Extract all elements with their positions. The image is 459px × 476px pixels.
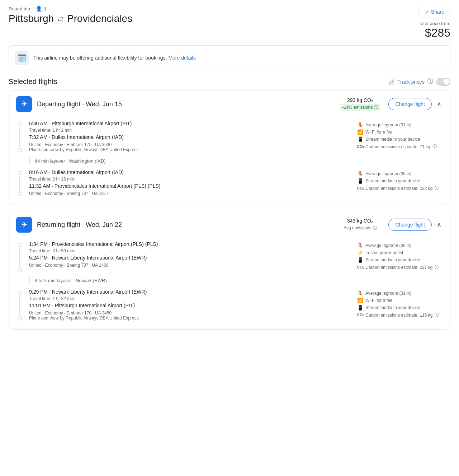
total-label: Total price from: [418, 21, 450, 26]
returning-segment-2-times: 9:29 PM · Newark Liberty International A…: [29, 289, 351, 321]
dot-line: [19, 127, 20, 147]
r-amenity-wifi-2: 📶 Wi-Fi for a fee: [357, 298, 443, 303]
departing-airline-logo: ✈: [16, 96, 32, 112]
r-depart-time-1: 1:34 PM · Providenciales International A…: [29, 241, 351, 247]
track-info-icon[interactable]: ⓘ: [427, 78, 433, 85]
dot-top-2: [18, 171, 22, 175]
departing-layover: 44 min layover · Washington (IAD): [29, 155, 443, 167]
trip-type: Round trip: [9, 6, 30, 11]
arrive-time-1: 7:32 AM · Dulles International Airport (…: [29, 134, 351, 140]
r-amenity-legroom-1: 🪑 Average legroom (30 in): [357, 243, 443, 248]
r-arrive-time-2: 11:01 PM · Pittsburgh International Airp…: [29, 303, 351, 308]
segment-connector: [16, 122, 23, 152]
returning-expand-button[interactable]: ∧: [435, 219, 443, 230]
dot-line-2: [19, 176, 20, 191]
r-flight-info-1: United · Economy · Boeing 737 · UA 1466: [29, 263, 351, 268]
returning-flight-card: ✈ Returning flight · Wed, Jun 22 343 kg …: [9, 211, 450, 330]
co2-icon-2: CO₂: [357, 186, 363, 191]
r-depart-time-2: 9:29 PM · Newark Liberty International A…: [29, 289, 351, 295]
r-arrive-time-1: 5:24 PM · Newark Liberty International A…: [29, 255, 351, 261]
amenity-co2-2: CO₂ Carbon emissions estimate: 222 kg ⓘ: [357, 185, 443, 191]
toggle-knob: [443, 79, 450, 85]
amenity-stream-1: 📱 Stream media to your device: [357, 136, 443, 142]
r-stream-icon-2: 📱: [357, 305, 363, 311]
returning-segment-2-amenities: 🪑 Average legroom (31 in) 📶 Wi-Fi for a …: [357, 289, 443, 321]
selected-flights-title: Selected flights: [9, 78, 57, 86]
segment-connector-2: [16, 171, 23, 196]
legroom-icon-2: 🪑: [357, 171, 363, 177]
flight-info-1: United · Economy · Embraer 175 · UA 3530…: [29, 142, 351, 152]
more-details-link[interactable]: More details: [168, 55, 195, 61]
departing-co2-badge: -14% emissions ⓘ: [340, 104, 380, 111]
dot-r2-top: [18, 290, 22, 295]
track-prices-icon: 📈: [388, 79, 394, 85]
share-icon: ↗: [425, 9, 429, 15]
segment-connector-r1: [16, 243, 23, 272]
travel-time-1: Travel time: 1 hr 2 min: [29, 128, 351, 133]
departing-flight-card: ✈ Departing flight · Wed, Jun 15 293 kg …: [9, 90, 450, 205]
returning-co2-section: 343 kg CO₂ Avg emissions ⓘ: [337, 218, 383, 232]
dot-r-line: [19, 248, 20, 267]
r-power-icon: ⚡: [357, 250, 363, 256]
share-button[interactable]: ↗ Share: [418, 6, 450, 18]
swap-icon: ⇄: [57, 14, 63, 23]
stream-icon-2: 📱: [357, 178, 363, 184]
destination-city: Providenciales: [67, 13, 132, 24]
r-travel-time-1: Travel time: 3 hr 50 min: [29, 248, 351, 253]
r-amenity-stream-1: 📱 Stream media to your device: [357, 257, 443, 263]
returning-segment-1-amenities: 🪑 Average legroom (30 in) ⚡ In-seat powe…: [357, 241, 443, 272]
segment-connector-r2: [16, 290, 23, 321]
amenity-legroom-1: 🪑 Average legroom (31 in): [357, 122, 443, 128]
r-legroom-icon-2: 🪑: [357, 290, 363, 296]
r-legroom-icon-1: 🪑: [357, 243, 363, 248]
departing-flight-body: 6:30 AM · Pittsburgh International Airpo…: [9, 118, 450, 205]
departing-expand-button[interactable]: ∧: [435, 99, 443, 109]
r-stream-icon-1: 📱: [357, 257, 363, 263]
r-amenity-legroom-2: 🪑 Average legroom (31 in): [357, 290, 443, 296]
returning-change-flight-button[interactable]: Change flight: [388, 219, 432, 231]
wifi-icon: 📶: [357, 129, 363, 135]
r-amenity-stream-2: 📱 Stream media to your device: [357, 305, 443, 311]
origin-city: Pittsburgh: [9, 13, 54, 24]
segment-1-amenities: 🪑 Average legroom (31 in) 📶 Wi-Fi for a …: [357, 121, 443, 152]
passengers-count: 1: [44, 6, 47, 11]
returning-segment-1: 1:34 PM · Providenciales International A…: [16, 238, 443, 275]
flight-info-2: United · Economy · Boeing 737 · UA 1817: [29, 191, 351, 196]
r-travel-time-2: Travel time: 1 hr 32 min: [29, 296, 351, 301]
r-flight-info-2: United · Economy · Embraer 170 · UA 3450…: [29, 311, 351, 321]
segment-2-amenities: 🪑 Average legroom (30 in) 📱 Stream media…: [357, 169, 443, 196]
co2-icon: CO₂: [357, 144, 363, 149]
flex-icon: 🗓️: [15, 51, 29, 65]
returning-segment-2: 9:29 PM · Newark Liberty International A…: [16, 286, 443, 323]
returning-flight-heading: Returning flight · Wed, Jun 22: [37, 221, 332, 229]
depart-time-2: 8:16 AM · Dulles International Airport (…: [29, 169, 351, 175]
amenity-co2-1: CO₂ Carbon emissions estimate: 71 kg ⓘ: [357, 144, 443, 150]
dot-r-top: [18, 243, 22, 247]
dot-r2-bottom: [18, 316, 22, 321]
trip-meta: Round trip · 👤 1: [9, 6, 132, 11]
returning-segment-1-times: 1:34 PM · Providenciales International A…: [29, 241, 351, 272]
dot-bottom-2: [18, 192, 22, 196]
returning-layover: 4 hr 5 min layover · Newark (EWR): [29, 275, 443, 286]
track-prices-toggle[interactable]: [436, 78, 450, 86]
r-amenity-co2-2: CO₂ Carbon emissions estimate: 116 kg ⓘ: [357, 312, 443, 318]
depart-time-1: 6:30 AM · Pittsburgh International Airpo…: [29, 121, 351, 126]
segment-1-times: 6:30 AM · Pittsburgh International Airpo…: [29, 121, 351, 152]
r-co2-icon-2: CO₂: [357, 313, 363, 317]
stream-icon: 📱: [357, 136, 363, 142]
returning-flight-body: 1:34 PM · Providenciales International A…: [9, 238, 450, 329]
returning-co2-badge: Avg emissions ⓘ: [341, 224, 379, 232]
amenity-stream-2: 📱 Stream media to your device: [357, 178, 443, 184]
amenity-legroom-2: 🪑 Average legroom (30 in): [357, 171, 443, 177]
track-prices-label[interactable]: Track prices: [397, 79, 425, 85]
passengers-icon: 👤: [36, 6, 42, 11]
departing-co2-section: 293 kg CO₂ -14% emissions ⓘ: [337, 97, 383, 111]
returning-co2-value: 343 kg CO₂: [337, 218, 383, 224]
departing-change-flight-button[interactable]: Change flight: [388, 98, 432, 110]
dot-top: [18, 122, 22, 126]
segment-2-times: 8:16 AM · Dulles International Airport (…: [29, 169, 351, 196]
dot-bottom: [18, 148, 22, 152]
departing-segment-2: 8:16 AM · Dulles International Airport (…: [16, 167, 443, 199]
r-co2-icon-1: CO₂: [357, 265, 363, 270]
flex-text: This airline may be offering additional …: [33, 55, 196, 61]
